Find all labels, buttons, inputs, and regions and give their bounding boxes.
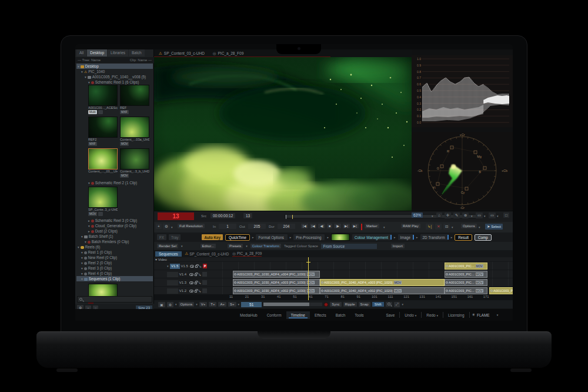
- loop-mode-icon[interactable]: ↳|: [426, 224, 433, 230]
- clip-thumbnail-image[interactable]: [88, 117, 118, 138]
- scrollbar-thumb[interactable]: [263, 303, 309, 306]
- track-caret-icon[interactable]: ▾: [167, 264, 169, 268]
- tree-sort-label[interactable]: — Tree: Name: [78, 58, 101, 62]
- tree-caret-icon[interactable]: ▾: [81, 235, 83, 238]
- overlay-caret-icon[interactable]: ▾: [484, 214, 486, 218]
- position-field[interactable]: 51: [241, 302, 262, 307]
- clip-thumbnail[interactable]: REFMXF: [120, 85, 149, 114]
- timeline-clip[interactable]: A001C003_PIC...MOV: [445, 287, 487, 294]
- redo-caret-icon[interactable]: ▾: [437, 314, 439, 317]
- add-s-button[interactable]: S+: [228, 302, 236, 307]
- src-frame[interactable]: 13: [243, 213, 252, 218]
- visibility-eye-icon[interactable]: [189, 290, 193, 293]
- video-section-label[interactable]: ▾ Video: [155, 257, 167, 261]
- display-mode-icon[interactable]: ⊡: [443, 224, 450, 230]
- undo-button[interactable]: Undo ▾: [402, 313, 419, 317]
- playhead[interactable]: [308, 257, 309, 300]
- tree-item[interactable]: ▾Schematic Reel 1 (6 Clips): [76, 79, 153, 85]
- tree-item[interactable]: ▸Dust (2 Clips): [76, 228, 153, 234]
- render-sel-button[interactable]: Render Sel: [157, 244, 178, 248]
- presets-button[interactable]: Presets: [228, 244, 243, 248]
- tree-caret-icon[interactable]: ▾: [81, 251, 83, 254]
- auto-key-button[interactable]: Auto Key: [202, 234, 223, 240]
- editor-button[interactable]: Editor...: [201, 244, 216, 248]
- ripple-button[interactable]: Ripple: [343, 302, 357, 307]
- timeline-ruler[interactable]: 1121314151617181911011111211311411511611…: [154, 294, 513, 300]
- undo-caret-icon[interactable]: ▾: [415, 314, 417, 317]
- clip-thumbnail-image[interactable]: [120, 85, 149, 106]
- clip-thumbnail-image[interactable]: [120, 148, 149, 170]
- add-view-button[interactable]: +: [156, 224, 162, 229]
- settings-gear-icon[interactable]: ⚙: [163, 224, 170, 230]
- panel-tab-desktop[interactable]: Desktop: [87, 49, 107, 57]
- record-indicator[interactable]: [324, 303, 328, 307]
- viewer-tab-2[interactable]: ◎ PIC_a_28_F09: [213, 51, 243, 56]
- tree-caret-icon[interactable]: ▾: [88, 81, 90, 84]
- add-track-caret-icon[interactable]: ▾: [238, 303, 240, 306]
- import-button[interactable]: Import: [391, 244, 405, 248]
- tree-item[interactable]: ▾Schematic Reel 2 (1 Clip): [76, 180, 153, 185]
- timeline-clip[interactable]: A001C003_PIC_1040_ADF4_v002 [PIC_1020]MO…: [320, 287, 445, 294]
- sequences-selector[interactable]: Sequences: [155, 251, 182, 257]
- timeline-clip[interactable]: A001C003_PIC_1030_ADF4_v002 [PIC_1030]MO…: [233, 287, 320, 294]
- extra-view-button[interactable]: □: [503, 212, 509, 218]
- save-button[interactable]: Save: [383, 313, 397, 317]
- mask-caret-icon[interactable]: ▾: [497, 214, 499, 218]
- format-caret-icon[interactable]: ▸: [290, 235, 292, 239]
- sequence-tab-2[interactable]: ◎ PIC_a_28_F09: [232, 251, 262, 257]
- visibility-eye-icon[interactable]: [190, 265, 193, 268]
- tree-caret-icon[interactable]: ▾: [88, 224, 90, 228]
- overlay-button[interactable]: ▭: [476, 212, 483, 218]
- tagged-colour-space-input[interactable]: From Source: [321, 244, 377, 249]
- lock-icon[interactable]: [195, 265, 198, 268]
- route-arrow-icon[interactable]: ↳: [199, 264, 202, 268]
- pen-tool-button[interactable]: ✎: [453, 212, 460, 218]
- resolution-button[interactable]: Full Resolution: [178, 224, 205, 228]
- sequence-tab-1[interactable]: ⚠ SP_Content_03_c-UHD: [185, 251, 229, 256]
- panel-tab-all[interactable]: All: [76, 49, 86, 57]
- timeline-clip[interactable]: A001C003_PIC...MOV: [445, 279, 487, 286]
- tree-item[interactable]: ▾Batch Shelf (1): [76, 234, 153, 239]
- tree-item[interactable]: ▾Reel 2 (0 Clip): [76, 260, 153, 265]
- workspace-tab-timeline[interactable]: Timeline: [286, 311, 310, 319]
- fx-button[interactable]: FX: [157, 234, 166, 240]
- dur-value[interactable]: 204: [278, 224, 295, 229]
- format-options-button[interactable]: Format Options: [256, 234, 287, 240]
- tree-item[interactable]: ▾Cloud_Generator (0 Clip): [76, 223, 153, 228]
- record-toggle[interactable]: P: [203, 264, 207, 268]
- timeline-clip[interactable]: A001C003_PIC...MOV: [489, 287, 513, 294]
- settings-caret-icon[interactable]: ▾: [171, 225, 173, 229]
- licensing-button[interactable]: Licensing: [446, 313, 466, 317]
- pan-tool-button[interactable]: ✛: [445, 212, 451, 218]
- pre-processing-button[interactable]: Pre-Processing: [293, 234, 325, 240]
- transform-caret-icon[interactable]: ▸: [451, 235, 453, 239]
- tree-item[interactable]: ▾Sequences (1 Clip): [76, 276, 153, 281]
- tree-caret-icon[interactable]: ▾: [81, 277, 83, 281]
- fit-caret-icon[interactable]: ▾: [402, 303, 403, 306]
- tree-item[interactable]: ▾Batch Renders (0 Clip): [76, 239, 153, 244]
- transport-button-3[interactable]: ■: [327, 224, 332, 228]
- clip-thumbnail[interactable]: Content_..3_b_UHDMOV: [120, 148, 149, 178]
- timeline-options-button[interactable]: Options: [179, 302, 195, 307]
- image-node-button[interactable]: Image: [398, 234, 415, 240]
- timeline-clip[interactable]: A001C003_PIC...MOV: [445, 263, 487, 270]
- quicktime-node-button[interactable]: QuickTime: [225, 234, 250, 241]
- render-sel-caret-icon[interactable]: ▾: [181, 244, 183, 248]
- tree-item[interactable]: ▾A001C005_PIC_1040__v008 (5): [76, 74, 153, 79]
- track-badge[interactable]: [167, 272, 178, 277]
- vectorscope[interactable]: +Cr -Cr -Cb +Cb R Mg B G Yl Cy: [412, 132, 513, 210]
- clip-thumbnail[interactable]: SP_Conte..3_c-UHDMOV: [88, 187, 118, 216]
- workspace-tab-batch[interactable]: Batch: [331, 311, 350, 319]
- tree-item[interactable]: ▾Desktop: [76, 64, 153, 69]
- tree-caret-icon[interactable]: ▾: [88, 181, 90, 185]
- lock-icon[interactable]: [195, 290, 198, 293]
- clip-thumbnail[interactable]: A001C00..._ACEScgMulti: [88, 85, 118, 114]
- select-tool-button[interactable]: ➤ Select: [485, 224, 503, 230]
- tree-caret-icon[interactable]: ▾: [81, 267, 83, 270]
- add-t-button[interactable]: T+: [209, 302, 216, 307]
- clip-thumbnail-image[interactable]: [120, 117, 149, 138]
- visibility-eye-icon[interactable]: [189, 281, 193, 284]
- viewer-tab-1[interactable]: ⚠ SP_Content_03_c-UHD: [159, 51, 205, 56]
- workspace-tab-mediahub[interactable]: MediaHub: [235, 311, 262, 319]
- result-button[interactable]: Result: [455, 234, 472, 241]
